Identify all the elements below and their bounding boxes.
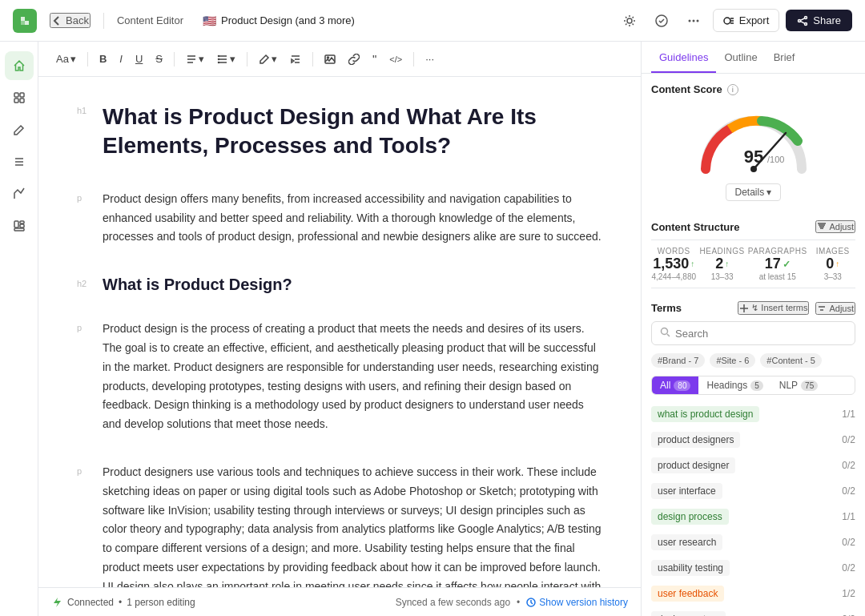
article-para3[interactable]: Product designers use various tools and … [103, 463, 602, 587]
term-name[interactable]: user interface [651, 483, 722, 499]
filter-tab-nlp[interactable]: NLP 75 [771, 376, 826, 394]
p2-tag: p [77, 323, 93, 332]
terms-search-box [651, 321, 855, 345]
app-logo [13, 9, 37, 33]
term-name[interactable]: design system [651, 611, 726, 616]
content-score-title: Content Score i [651, 83, 855, 95]
article-para2[interactable]: Product design is the process of creatin… [103, 320, 602, 434]
share-button[interactable]: Share [786, 10, 852, 31]
terms-adjust-button[interactable]: Adjust [815, 302, 855, 315]
link-button[interactable] [344, 48, 364, 70]
adjust-icon [817, 222, 827, 232]
search-icon [660, 327, 670, 340]
toolbar-sep-1 [87, 52, 88, 66]
para2-block: p Product design is the process of creat… [77, 320, 602, 447]
svg-point-3 [692, 19, 694, 22]
tab-outline[interactable]: Outline [716, 42, 765, 73]
quote-button[interactable]: " [368, 48, 381, 70]
chip-content[interactable]: #Content - 5 [760, 353, 822, 368]
more-options-icon[interactable] [681, 8, 706, 34]
term-name[interactable]: what is product design [651, 406, 759, 422]
sidebar-icon-chart[interactable] [5, 179, 34, 208]
back-button[interactable]: Back [50, 13, 91, 28]
svg-rect-16 [14, 228, 24, 231]
svg-point-27 [662, 328, 668, 335]
images-arrow: ↑ [835, 260, 839, 268]
para1-block: p Product design offers many benefits, f… [77, 190, 602, 260]
highlight-button[interactable]: ▾ [254, 48, 282, 70]
h1-block: h1 What is Product Design and What Are I… [77, 103, 602, 174]
para3-content: Product designers use various tools and … [103, 463, 602, 587]
chip-site[interactable]: #Site - 6 [710, 353, 755, 368]
toolbar-sep-2 [174, 52, 175, 66]
headings-value: 2 [715, 256, 723, 272]
filter-tab-all[interactable]: All 80 [652, 376, 698, 394]
tab-brief[interactable]: Brief [766, 42, 803, 73]
insert-terms-button[interactable]: ↯ Insert terms [738, 301, 809, 315]
h2-content: What is Product Design? [103, 276, 602, 304]
italic-button[interactable]: I [115, 48, 127, 70]
editor-area: Aa ▾ B I U S ▾ ▾ [38, 42, 641, 616]
settings-icon[interactable] [617, 8, 642, 34]
show-version-history-button[interactable]: Show version history [526, 597, 628, 608]
filter-chips: #Brand - 7 #Site - 6 #Content - 5 [651, 353, 855, 368]
flag-icon: 🇺🇸 [203, 14, 216, 27]
terms-section: Terms ↯ Insert terms Adjust [651, 301, 855, 616]
term-name[interactable]: usability testing [651, 560, 730, 576]
content-structure-section: Content Structure Adjust WORDS 1,530 [651, 220, 855, 288]
topbar-divider [103, 13, 104, 29]
editor-content[interactable]: h1 What is Product Design and What Are I… [38, 77, 641, 587]
sidebar-icon-grid[interactable] [5, 83, 34, 112]
term-count: 1/1 [842, 409, 855, 420]
term-name[interactable]: product designers [651, 432, 740, 448]
term-name[interactable]: user feedback [651, 586, 724, 602]
filter-tab-headings[interactable]: Headings 5 [698, 376, 770, 394]
terms-search-input[interactable] [675, 328, 847, 340]
content-score-info-icon[interactable]: i [727, 84, 738, 95]
check-icon[interactable] [649, 8, 674, 34]
tab-guidelines[interactable]: Guidelines [651, 42, 716, 73]
words-arrow: ↑ [690, 260, 694, 268]
headings-cell: HEADINGS 2 ↑ 13–33 [699, 247, 744, 281]
term-name[interactable]: design process [651, 509, 729, 525]
code-button[interactable]: </> [384, 48, 407, 70]
terms-list: what is product design1/1product designe… [651, 403, 855, 616]
doc-title: 🇺🇸 Product Design (and 3 more) [203, 14, 355, 27]
editor-footer: Connected • 1 person editing Synced a fe… [38, 587, 641, 616]
topbar-actions: Export Share [617, 8, 852, 34]
images-cell: IMAGES 0 ↑ 3–33 [811, 247, 855, 281]
sidebar-icon-home[interactable] [5, 51, 34, 80]
struct-divider-top [651, 240, 855, 240]
list-button[interactable]: ▾ [212, 48, 240, 70]
font-size-button[interactable]: Aa ▾ [51, 48, 81, 70]
details-button[interactable]: Details ▾ [726, 183, 780, 201]
footer-right: Synced a few seconds ago • Show version … [396, 597, 628, 608]
panel-tabs: Guidelines Outline Brief [642, 42, 865, 74]
panel-body: Content Score i 95 [642, 74, 865, 616]
more-toolbar-button[interactable]: ··· [420, 48, 439, 70]
article-h1[interactable]: What is Product Design and What Are Its … [103, 103, 602, 161]
h2-block: h2 What is Product Design? [77, 276, 602, 304]
align-button[interactable]: ▾ [181, 48, 209, 70]
score-gauge: 95 /100 [651, 105, 855, 177]
svg-rect-9 [14, 93, 18, 97]
chip-brand[interactable]: #Brand - 7 [651, 353, 705, 368]
paragraphs-check: ✓ [783, 259, 791, 270]
sidebar-icon-list[interactable] [5, 147, 34, 176]
export-button[interactable]: Export [713, 9, 780, 32]
svg-text:/100: /100 [767, 155, 784, 164]
indent-button[interactable] [285, 48, 306, 70]
term-name[interactable]: user research [651, 534, 722, 550]
strikethrough-button[interactable]: S [151, 48, 167, 70]
bold-button[interactable]: B [95, 48, 111, 70]
term-row: product designers0/2 [651, 429, 855, 451]
article-h2[interactable]: What is Product Design? [103, 276, 602, 294]
image-button[interactable] [320, 48, 340, 70]
article-para1[interactable]: Product design offers many benefits, fro… [103, 190, 602, 247]
adjust-button[interactable]: Adjust [815, 220, 855, 233]
sidebar-icon-edit[interactable] [5, 115, 34, 144]
svg-point-21 [327, 57, 328, 58]
underline-button[interactable]: U [131, 48, 147, 70]
term-name[interactable]: product designer [651, 457, 735, 473]
sidebar-icon-widget[interactable] [5, 211, 34, 240]
